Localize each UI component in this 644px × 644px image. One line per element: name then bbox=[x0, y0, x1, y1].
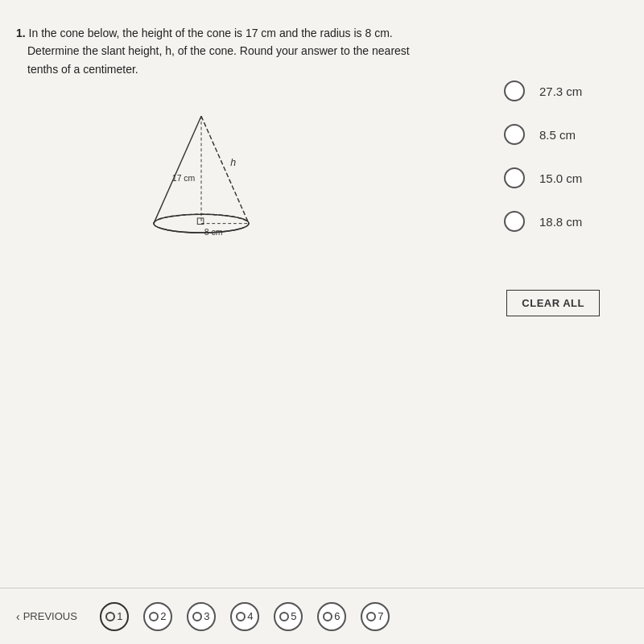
option-label-4: 18.8 cm bbox=[539, 215, 596, 229]
page-btn-7[interactable]: 7 bbox=[361, 602, 390, 631]
option-label-1: 27.3 cm bbox=[539, 85, 596, 98]
radio-2[interactable] bbox=[504, 124, 525, 145]
previous-label: PREVIOUS bbox=[23, 610, 77, 622]
option-row-1[interactable]: 27.3 cm bbox=[504, 80, 596, 101]
radio-4[interactable] bbox=[504, 211, 525, 232]
page-btn-2[interactable]: 2 bbox=[143, 602, 172, 631]
page-inner-circle-5 bbox=[279, 612, 289, 621]
page-num-3: 3 bbox=[204, 610, 209, 622]
page-num-2: 2 bbox=[160, 610, 166, 622]
previous-button[interactable]: ‹ PREVIOUS bbox=[16, 610, 77, 623]
page-num-7: 7 bbox=[378, 610, 383, 622]
question-number: 1. bbox=[16, 27, 26, 39]
page-inner-circle-1 bbox=[105, 612, 115, 621]
page-btn-1[interactable]: 1 bbox=[100, 602, 129, 631]
svg-line-0 bbox=[154, 116, 201, 223]
svg-text:h: h bbox=[230, 157, 236, 168]
option-label-3: 15.0 cm bbox=[539, 171, 596, 185]
page-num-5: 5 bbox=[291, 610, 296, 622]
page-inner-circle-3 bbox=[192, 612, 202, 621]
option-row-4[interactable]: 18.8 cm bbox=[504, 211, 596, 232]
question-text: 1. In the cone below, the height of the … bbox=[16, 24, 467, 78]
question-line1: In the cone below, the height of the con… bbox=[29, 27, 393, 39]
page-inner-circle-7 bbox=[366, 612, 376, 621]
page-num-1: 1 bbox=[117, 610, 122, 622]
answer-options: 27.3 cm 8.5 cm 15.0 cm 18.8 cm bbox=[504, 80, 596, 232]
radio-3[interactable] bbox=[504, 167, 525, 188]
page-btn-6[interactable]: 6 bbox=[317, 602, 346, 631]
page-btn-5[interactable]: 5 bbox=[274, 602, 303, 631]
prev-chevron-icon: ‹ bbox=[16, 610, 20, 623]
option-row-2[interactable]: 8.5 cm bbox=[504, 124, 596, 145]
page-inner-circle-4 bbox=[236, 612, 246, 621]
page-inner-circle-2 bbox=[149, 612, 159, 621]
option-row-3[interactable]: 15.0 cm bbox=[504, 167, 596, 188]
page-inner-circle-6 bbox=[323, 612, 332, 621]
bottom-nav: ‹ PREVIOUS 1 2 3 4 5 6 7 bbox=[0, 588, 644, 644]
svg-line-1 bbox=[201, 116, 249, 223]
cone-diagram: h 17 cm 8 cm bbox=[121, 105, 298, 282]
radio-1[interactable] bbox=[504, 80, 525, 101]
question-line2: Determine the slant height, h, of the co… bbox=[16, 42, 467, 60]
page-num-6: 6 bbox=[334, 610, 340, 622]
page-btn-3[interactable]: 3 bbox=[187, 602, 216, 631]
main-content: 1. In the cone below, the height of the … bbox=[0, 0, 644, 588]
page-num-4: 4 bbox=[247, 610, 253, 622]
cone-svg: h 17 cm 8 cm bbox=[121, 105, 282, 266]
option-label-2: 8.5 cm bbox=[539, 128, 596, 142]
page-btn-4[interactable]: 4 bbox=[230, 602, 259, 631]
question-line3: tenths of a centimeter. bbox=[16, 60, 467, 78]
clear-all-button[interactable]: CLEAR ALL bbox=[506, 290, 600, 316]
svg-text:8 cm: 8 cm bbox=[204, 228, 223, 237]
svg-text:17 cm: 17 cm bbox=[172, 174, 196, 183]
